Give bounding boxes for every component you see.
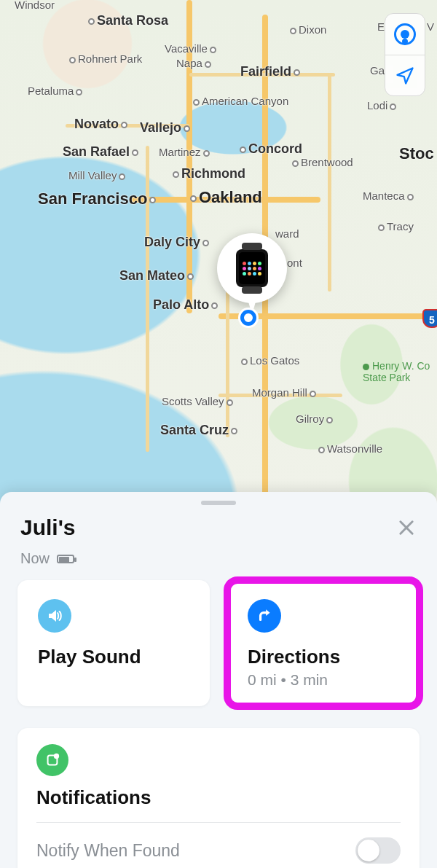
city-san-mateo: San Mateo — [119, 268, 196, 284]
city-daly-city: Daly City — [144, 235, 211, 250]
directions-icon — [248, 599, 281, 633]
status-time: Now — [20, 550, 50, 567]
city-santa-rosa: Santa Rosa — [86, 13, 168, 28]
city-e: E — [377, 20, 385, 33]
svg-point-1 — [54, 754, 59, 759]
city-manteca: Manteca — [363, 189, 416, 202]
speaker-icon — [38, 599, 71, 633]
city-san-rafael: San Rafael — [63, 144, 141, 160]
city-v: V — [427, 20, 434, 33]
city-ont: ont — [287, 257, 302, 269]
notifications-panel: Notifications Notify When Found — [17, 728, 420, 868]
device-title: Juli's — [20, 515, 76, 540]
directions-label: Directions — [248, 646, 399, 668]
directions-card[interactable]: Directions 0 mi • 3 min — [227, 580, 420, 706]
city-fairfield: Fairfield — [240, 64, 302, 79]
device-pin[interactable] — [217, 233, 287, 303]
city-oakland: Oakland — [188, 188, 262, 207]
city-petaluma: Petaluma — [28, 85, 84, 97]
city-concord: Concord — [237, 141, 302, 157]
notify-toggle[interactable] — [355, 837, 401, 864]
city-stoc: Stoc — [399, 144, 434, 163]
city-ga: Ga — [370, 64, 385, 77]
city-brentwood: Brentwood — [290, 156, 353, 168]
city-vacaville: Vacaville — [165, 42, 219, 55]
city-san-francisco: San Francisco — [38, 189, 158, 208]
city-rohnert-park: Rohnert Park — [67, 52, 142, 65]
notify-when-found-row[interactable]: Notify When Found — [36, 823, 401, 868]
city-gilroy: Gilroy — [296, 413, 335, 425]
device-sheet[interactable]: Juli's Now Play Sound Directions 0 mi • … — [0, 492, 437, 868]
city-vallejo: Vallejo — [140, 120, 192, 136]
directions-meta: 0 mi • 3 min — [248, 671, 399, 689]
notifications-heading: Notifications — [36, 786, 401, 823]
close-button[interactable] — [396, 517, 417, 538]
city-windsor: Windsor — [15, 0, 55, 11]
city-tracy: Tracy — [376, 220, 414, 232]
city-lodi: Lodi — [367, 99, 398, 112]
city-mill-valley: Mill Valley — [68, 169, 127, 181]
play-sound-label: Play Sound — [38, 646, 189, 668]
device-status: Now — [0, 540, 437, 580]
city-santa-cruz: Santa Cruz — [160, 423, 240, 438]
road — [328, 73, 331, 292]
park-label: Henry W. Co State Park — [363, 360, 430, 383]
city-american-canyon: American Canyon — [191, 95, 288, 107]
city-morgan-hill: Morgan Hill — [252, 386, 318, 399]
city-martinez: Martinez — [159, 146, 212, 158]
battery-icon — [57, 555, 74, 563]
play-sound-card[interactable]: Play Sound — [17, 580, 210, 706]
highway-shield: 5 — [422, 309, 437, 328]
city-scotts-valley: Scotts Valley — [162, 395, 235, 407]
bell-icon — [36, 744, 68, 776]
notify-when-found-label: Notify When Found — [36, 841, 180, 861]
city-watsonville: Watsonville — [316, 442, 382, 455]
city-los-gatos: Los Gatos — [239, 354, 299, 367]
current-location-dot — [240, 310, 256, 326]
location-arrow-icon — [395, 66, 415, 86]
city-novato: Novato — [74, 117, 130, 132]
city-richmond: Richmond — [170, 166, 245, 181]
city-palo-alto: Palo Alto — [153, 297, 220, 313]
sheet-grabber[interactable] — [201, 501, 236, 505]
road — [226, 292, 229, 437]
apple-watch-icon — [236, 249, 268, 287]
person-circle-icon — [394, 23, 416, 45]
recenter-button[interactable] — [385, 55, 425, 95]
city-napa: Napa — [176, 57, 213, 69]
profile-button[interactable] — [385, 14, 425, 55]
city-dixon: Dixon — [288, 23, 326, 36]
map-canvas[interactable]: Windsor Santa Rosa Dixon E V Vacaville R… — [0, 0, 437, 510]
map-controls — [385, 13, 425, 96]
